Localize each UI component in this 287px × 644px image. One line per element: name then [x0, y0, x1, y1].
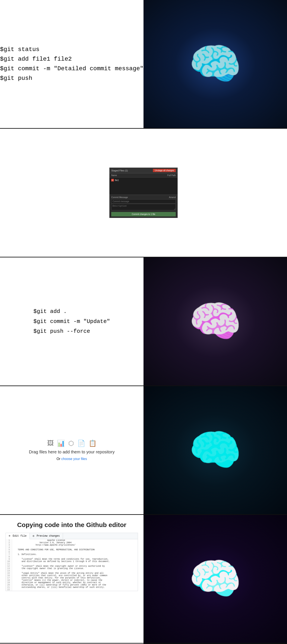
table-row: 15 "Legal Entity" shall mean the union o… — [6, 572, 138, 574]
table-row: 22 — [6, 588, 138, 591]
col-path: Full Path — [168, 174, 176, 176]
tab-edit-file[interactable]: ⊙ Edit file — [6, 533, 30, 539]
line-number: 8 — [6, 556, 12, 558]
line-content: 1. Definitions. — [12, 553, 37, 556]
line-number: 11 — [6, 563, 12, 565]
staged-files-label: Staged Files (1) — [111, 169, 128, 172]
editor-tabs: ⊙ Edit file ◎ Preview changes — [6, 533, 138, 539]
image-icon: 🖼 — [47, 440, 54, 447]
table-row: 13 the copyright owner that is granting … — [6, 567, 138, 570]
table-row: 16 other entities that control, are cont… — [6, 574, 138, 577]
drag-drop-area[interactable]: 🖼 📊 ⬡ 📄 📋 Drag files here to add them to… — [29, 440, 114, 461]
panel-4-left: 🖼 📊 ⬡ 📄 📋 Drag files here to add them to… — [0, 386, 144, 514]
code-area: 1 Apache License2 Version 2.0, January 2… — [6, 539, 138, 591]
tab-preview-changes[interactable]: ◎ Preview changes — [30, 533, 63, 539]
panel-4: 🖼 📊 ⬡ 📄 📋 Drag files here to add them to… — [0, 386, 287, 515]
line-content — [12, 551, 14, 553]
table-row: 1 Apache License — [6, 539, 138, 542]
gui-header: Staged Files (1) Unstage all changes — [110, 168, 178, 173]
commit-label-row: Commit Message Amend — [111, 196, 176, 198]
line-number: 21 — [6, 586, 12, 588]
panel-3: $git add . $git commit -m "Update" $git … — [0, 258, 287, 386]
line-content — [12, 570, 14, 572]
amend-label: Amend — [169, 196, 176, 198]
line-number: 19 — [6, 582, 12, 584]
line-content: otherwise, or (ii) ownership of fifty pe… — [12, 584, 106, 586]
line-number: 14 — [6, 570, 12, 572]
line-content: http://www.apache.org/licenses/ — [12, 544, 76, 546]
line-content: other entities that control, are control… — [12, 574, 108, 577]
panel-5-title: Copying code into the Github editor — [17, 521, 126, 528]
panel-5: Copying code into the Github editor ⊙ Ed… — [0, 515, 287, 644]
commit-button[interactable]: Commit changes to 1 file — [111, 212, 176, 216]
table-row: 3 http://www.apache.org/licenses/ — [6, 544, 138, 546]
unstage-all-button[interactable]: Unstage all changes — [153, 169, 176, 172]
staged-file-list: − file1 — [110, 178, 178, 195]
line-content: the copyright owner that is granting the… — [12, 567, 84, 570]
commit-description-input[interactable] — [111, 204, 176, 210]
preview-icon: ◎ — [33, 534, 34, 538]
line-content: outstanding shares, or (iii) beneficial … — [12, 586, 105, 588]
line-number: 17 — [6, 577, 12, 579]
drag-drop-text: Drag files here to add them to your repo… — [29, 450, 114, 454]
line-number: 6 — [6, 551, 12, 553]
table-row: 5 TERMS AND CONDITIONS FOR USE, REPRODUC… — [6, 548, 138, 551]
line-content: Version 2.0, January 2004 — [12, 542, 72, 544]
gui-subheader: Name Full Path — [110, 173, 178, 178]
line-content: "control" means (i) the power, direct or… — [12, 579, 102, 582]
or-choose-row: Or choose your files — [56, 457, 87, 461]
table-row: 20 otherwise, or (ii) ownership of fifty… — [6, 584, 138, 586]
line-content — [12, 556, 14, 558]
line-number: 3 — [6, 544, 12, 546]
preview-tab-label: Preview changes — [37, 534, 60, 538]
table-row: 18 "control" means (i) the power, direct… — [6, 579, 138, 582]
table-row: 11 — [6, 563, 138, 565]
line-content: "Licensor" shall mean the copyright owne… — [12, 565, 105, 567]
edit-icon: ⊙ — [9, 534, 10, 538]
line-number: 4 — [6, 546, 12, 548]
commit-message-input[interactable] — [111, 199, 176, 204]
table-row: 4 — [6, 546, 138, 548]
table-row: 6 — [6, 551, 138, 553]
brain-image-4 — [144, 386, 287, 514]
panel-2-left: Staged Files (1) Unstage all changes Nam… — [0, 129, 287, 257]
panel-3-left: $git add . $git commit -m "Update" $git … — [0, 258, 144, 386]
panel-1: $git status $git add file1 file2 $git co… — [0, 0, 287, 129]
table-row: 17 control with that entity. For the pur… — [6, 577, 138, 579]
col-name: Name — [111, 174, 117, 176]
file-name: file1 — [115, 179, 119, 182]
line-number: 22 — [6, 588, 12, 591]
line-content: direction or management of such entity, … — [12, 582, 101, 584]
code-icon: ⬡ — [68, 440, 74, 447]
line-content: and distribution as defined by Sections … — [12, 560, 110, 563]
commit-message-label: Commit Message — [111, 196, 128, 198]
line-content: "License" shall mean the terms and condi… — [12, 558, 109, 560]
brain-image-5 — [144, 515, 287, 643]
line-number: 12 — [6, 565, 12, 567]
panel-2: Staged Files (1) Unstage all changes Nam… — [0, 129, 287, 258]
git-gui-window: Staged Files (1) Unstage all changes Nam… — [109, 168, 178, 218]
line-number: 10 — [6, 560, 12, 563]
line-number: 1 — [6, 539, 12, 542]
doc-icon: 📄 — [77, 440, 85, 447]
brain-image-3 — [144, 258, 287, 386]
table-row: 19 direction or management of such entit… — [6, 582, 138, 584]
table-row: 21 outstanding shares, or (iii) benefici… — [6, 586, 138, 588]
line-number: 7 — [6, 553, 12, 556]
commit-section: Commit Message Amend Commit changes to 1… — [110, 195, 178, 218]
line-content: Apache License — [12, 539, 65, 542]
choose-files-link[interactable]: choose your files — [61, 457, 87, 461]
table-row: 8 — [6, 556, 138, 558]
file-icon: 📋 — [88, 440, 96, 447]
git-force-commands-text: $git add . $git commit -m "Update" $git … — [34, 306, 110, 336]
git-commands-text: $git status $git add file1 file2 $git co… — [0, 45, 144, 83]
line-content — [12, 563, 14, 565]
table-row: 10 and distribution as defined by Sectio… — [6, 560, 138, 563]
line-number: 13 — [6, 567, 12, 570]
list-item: − file1 — [111, 179, 176, 182]
line-number: 18 — [6, 579, 12, 582]
table-row: 12 "Licensor" shall mean the copyright o… — [6, 565, 138, 567]
table-row: 9 "License" shall mean the terms and con… — [6, 558, 138, 560]
chart-icon: 📊 — [57, 440, 65, 447]
brain-image-1 — [144, 0, 287, 128]
